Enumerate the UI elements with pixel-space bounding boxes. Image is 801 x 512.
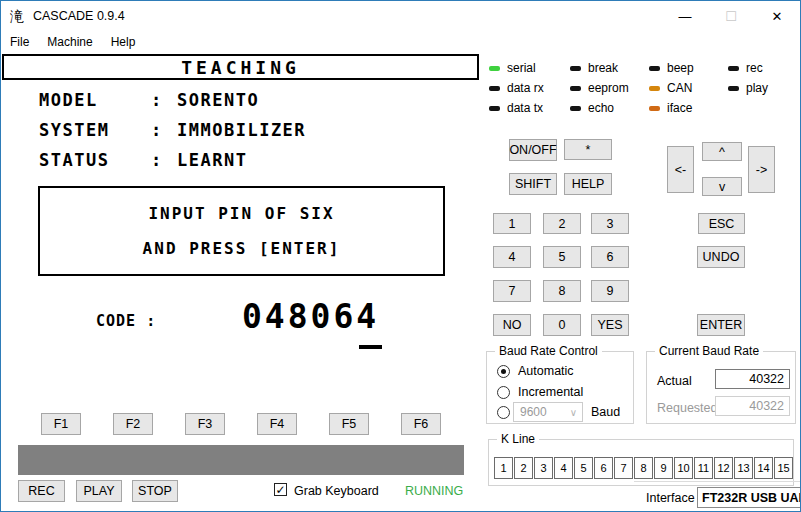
iface-led-icon [649, 106, 660, 111]
key-no[interactable]: NO [493, 314, 531, 336]
baud-select[interactable]: 9600 ∨ [513, 402, 583, 422]
led-play: play [728, 78, 768, 98]
help-button[interactable]: HELP [564, 173, 612, 195]
kline-button-14[interactable]: 14 [754, 457, 773, 479]
kline-button-10[interactable]: 10 [674, 457, 693, 479]
kline-button-8[interactable]: 8 [634, 457, 653, 479]
k-line-buttons: 1 2 3 4 5 6 7 8 9 10 11 12 13 14 15 [494, 457, 793, 479]
key-9[interactable]: 9 [591, 280, 629, 302]
key-2[interactable]: 2 [543, 213, 581, 234]
window-title: CASCADE 0.9.4 [33, 9, 125, 23]
menu-machine[interactable]: Machine [38, 33, 101, 51]
stop-button[interactable]: STOP [132, 480, 178, 502]
kline-button-11[interactable]: 11 [694, 457, 713, 479]
led-data-tx: data tx [489, 98, 544, 118]
grab-keyboard-checkbox[interactable]: ✓ [274, 483, 287, 496]
f4-button[interactable]: F4 [257, 413, 297, 435]
rec-button[interactable]: REC [18, 480, 65, 502]
colon: : [151, 150, 177, 170]
f2-button[interactable]: F2 [113, 413, 153, 435]
colon: : [151, 120, 177, 140]
shift-button[interactable]: SHIFT [509, 173, 557, 195]
status-row: STATUS : LEARNT [39, 145, 306, 175]
minimize-button[interactable]: — [662, 1, 708, 31]
system-value: IMMOBILIZER [177, 120, 306, 140]
esc-button[interactable]: ESC [698, 213, 745, 234]
baud-unit-label: Baud [591, 405, 620, 419]
baud-select-value: 9600 [520, 405, 547, 419]
led-break: break [570, 58, 629, 78]
status-value: LEARNT [177, 150, 247, 170]
app-window: 滝 CASCADE 0.9.4 — ☐ ✕ File Machine Help … [0, 0, 801, 512]
f6-button[interactable]: F6 [401, 413, 441, 435]
model-row: MODEL : SORENTO [39, 85, 306, 115]
baud-group-title: Baud Rate Control [495, 344, 602, 358]
f1-button[interactable]: F1 [41, 413, 81, 435]
kline-button-4[interactable]: 4 [554, 457, 573, 479]
kline-button-3[interactable]: 3 [534, 457, 553, 479]
progress-bar [18, 445, 464, 475]
interface-value-field: FT232R USB UAR [697, 487, 801, 508]
radio-incremental[interactable]: Incremental [497, 385, 583, 399]
grab-keyboard-label: Grab Keyboard [294, 484, 379, 498]
kline-button-6[interactable]: 6 [594, 457, 613, 479]
kline-button-2[interactable]: 2 [514, 457, 533, 479]
echo-led-icon [570, 106, 581, 111]
window-controls: — ☐ ✕ [662, 1, 800, 31]
led-label: data tx [507, 101, 543, 115]
kline-button-13[interactable]: 13 [734, 457, 753, 479]
star-button[interactable]: * [564, 139, 612, 160]
radio-automatic[interactable]: Automatic [497, 364, 574, 378]
key-6[interactable]: 6 [591, 246, 629, 268]
led-iface: iface [649, 98, 694, 118]
led-can: CAN [649, 78, 694, 98]
led-label: CAN [667, 81, 692, 95]
kline-button-15[interactable]: 15 [774, 457, 793, 479]
key-8[interactable]: 8 [543, 280, 581, 302]
kline-button-5[interactable]: 5 [574, 457, 593, 479]
undo-button[interactable]: UNDO [697, 246, 745, 268]
kline-button-12[interactable]: 12 [714, 457, 733, 479]
key-5[interactable]: 5 [543, 246, 581, 268]
menu-help[interactable]: Help [102, 33, 145, 51]
led-label: eeprom [588, 81, 629, 95]
kline-button-9[interactable]: 9 [654, 457, 673, 479]
arrow-right-button[interactable]: -> [748, 146, 775, 193]
led-echo: echo [570, 98, 629, 118]
prompt-box: INPUT PIN OF SIX AND PRESS [ENTER] [38, 186, 445, 276]
data-tx-led-icon [489, 106, 500, 111]
close-button[interactable]: ✕ [754, 1, 800, 31]
play-button[interactable]: PLAY [76, 480, 122, 502]
k-line-group: K Line 1 2 3 4 5 6 7 8 9 10 11 12 13 14 … [488, 439, 794, 486]
led-data-rx: data rx [489, 78, 544, 98]
current-baud-title: Current Baud Rate [655, 344, 763, 358]
menu-file[interactable]: File [1, 33, 38, 51]
enter-button[interactable]: ENTER [697, 314, 745, 336]
f5-button[interactable]: F5 [329, 413, 369, 435]
prompt-line-2: AND PRESS [ENTER] [143, 239, 341, 258]
key-7[interactable]: 7 [493, 280, 531, 302]
led-label: play [746, 81, 768, 95]
led-label: beep [667, 61, 694, 75]
key-0[interactable]: 0 [543, 314, 581, 336]
code-cursor [359, 345, 382, 349]
current-baud-rate-group: Current Baud Rate Actual 40322 Requested… [646, 351, 796, 424]
f3-button[interactable]: F3 [185, 413, 225, 435]
key-3[interactable]: 3 [591, 213, 629, 234]
key-yes[interactable]: YES [591, 314, 629, 336]
prompt-line-1: INPUT PIN OF SIX [148, 204, 334, 223]
onoff-button[interactable]: ON/OFF [509, 139, 557, 161]
kline-button-7[interactable]: 7 [614, 457, 633, 479]
maximize-button: ☐ [708, 1, 754, 31]
beep-led-icon [649, 66, 660, 71]
radio-selected-icon [497, 365, 510, 378]
key-1[interactable]: 1 [493, 213, 531, 234]
key-4[interactable]: 4 [493, 246, 531, 268]
interface-label: Interface [646, 491, 695, 505]
data-rx-led-icon [489, 86, 500, 91]
arrow-left-button[interactable]: <- [667, 146, 694, 193]
kline-button-1[interactable]: 1 [494, 457, 513, 479]
arrow-up-button[interactable]: ^ [702, 142, 742, 161]
play-led-icon [728, 86, 739, 91]
arrow-down-button[interactable]: v [702, 177, 742, 196]
